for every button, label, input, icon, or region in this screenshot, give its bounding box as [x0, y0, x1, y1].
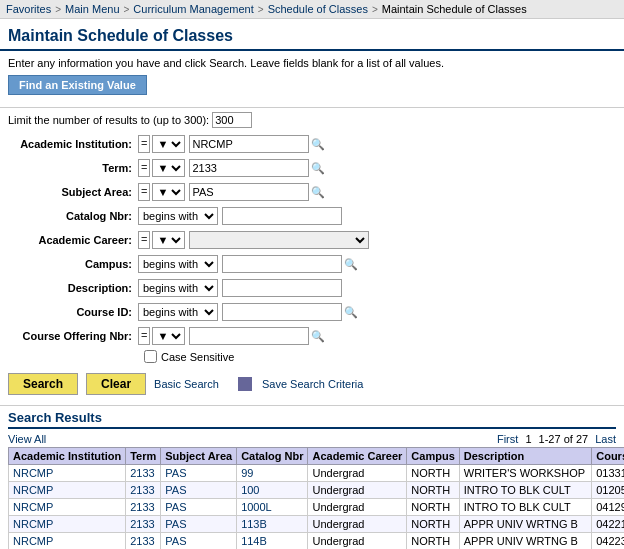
- col-term: Term: [126, 448, 161, 465]
- input-term[interactable]: [189, 159, 309, 177]
- input-subject[interactable]: [189, 183, 309, 201]
- input-institution[interactable]: [189, 135, 309, 153]
- breadcrumb-schedule[interactable]: Schedule of Classes: [268, 3, 368, 15]
- op-catalog-select[interactable]: begins with: [138, 207, 218, 225]
- field-institution: Academic Institution: = ▼ 🔍: [8, 134, 616, 154]
- lookup-course-id-icon[interactable]: 🔍: [344, 305, 358, 319]
- cell-campus: NORTH: [407, 482, 459, 499]
- op-term-select[interactable]: ▼: [152, 159, 185, 177]
- field-campus: Campus: begins with 🔍: [8, 254, 616, 274]
- cell-career: Undergrad: [308, 465, 407, 482]
- breadcrumb-favorites[interactable]: Favorites: [6, 3, 51, 15]
- pagination-first[interactable]: First: [497, 433, 518, 445]
- op-description-select[interactable]: begins with: [138, 279, 218, 297]
- lookup-term-icon[interactable]: 🔍: [311, 161, 325, 175]
- cell-term[interactable]: 2133: [126, 499, 161, 516]
- input-description[interactable]: [222, 279, 342, 297]
- col-description: Description: [459, 448, 591, 465]
- field-subject: Subject Area: = ▼ 🔍: [8, 182, 616, 202]
- input-course-id[interactable]: [222, 303, 342, 321]
- cell-catalog[interactable]: 100: [237, 482, 308, 499]
- breadcrumb-main-menu[interactable]: Main Menu: [65, 3, 119, 15]
- lookup-subject-icon[interactable]: 🔍: [311, 185, 325, 199]
- cell-subject[interactable]: PAS: [161, 533, 237, 550]
- field-offering: Course Offering Nbr: = ▼ 🔍: [8, 326, 616, 346]
- results-nav: View All First 1 1-27 of 27 Last: [8, 433, 616, 445]
- field-term: Term: = ▼ 🔍: [8, 158, 616, 178]
- col-institution: Academic Institution: [9, 448, 126, 465]
- pagination-last[interactable]: Last: [595, 433, 616, 445]
- cell-course-id: 041293: [592, 499, 624, 516]
- action-buttons: Search Clear Basic Search Save Search Cr…: [0, 367, 624, 401]
- lookup-campus-icon[interactable]: 🔍: [344, 257, 358, 271]
- cell-term[interactable]: 2133: [126, 482, 161, 499]
- case-sensitive-checkbox[interactable]: [144, 350, 157, 363]
- results-limit-row: Limit the number of results to (up to 30…: [8, 112, 616, 128]
- cell-course-id: 013312: [592, 465, 624, 482]
- input-catalog[interactable]: [222, 207, 342, 225]
- op-institution-select[interactable]: ▼: [152, 135, 185, 153]
- cell-campus: NORTH: [407, 465, 459, 482]
- op-institution-eq: =: [138, 135, 150, 153]
- save-criteria-link[interactable]: Save Search Criteria: [262, 378, 364, 390]
- op-offering-eq: =: [138, 327, 150, 345]
- cell-catalog[interactable]: 99: [237, 465, 308, 482]
- cell-institution[interactable]: NRCMP: [9, 516, 126, 533]
- input-career-select[interactable]: [189, 231, 369, 249]
- cell-term[interactable]: 2133: [126, 516, 161, 533]
- cell-institution[interactable]: NRCMP: [9, 499, 126, 516]
- cell-catalog[interactable]: 1000L: [237, 499, 308, 516]
- cell-institution[interactable]: NRCMP: [9, 482, 126, 499]
- find-existing-tab[interactable]: Find an Existing Value: [8, 75, 147, 95]
- breadcrumb-curriculum[interactable]: Curriculum Management: [133, 3, 253, 15]
- lookup-offering-icon[interactable]: 🔍: [311, 329, 325, 343]
- table-row: NRCMP2133PAS100UndergradNORTHINTRO TO BL…: [9, 482, 625, 499]
- breadcrumb: Favorites > Main Menu > Curriculum Manag…: [0, 0, 624, 19]
- results-limit-input[interactable]: [212, 112, 252, 128]
- clear-button[interactable]: Clear: [86, 373, 146, 395]
- basic-search-link[interactable]: Basic Search: [154, 378, 219, 390]
- op-course-id-select[interactable]: begins with: [138, 303, 218, 321]
- field-description: Description: begins with: [8, 278, 616, 298]
- op-career-select[interactable]: ▼: [152, 231, 185, 249]
- lookup-institution-icon[interactable]: 🔍: [311, 137, 325, 151]
- table-row: NRCMP2133PAS99UndergradNORTHWRITER'S WOR…: [9, 465, 625, 482]
- cell-catalog[interactable]: 113B: [237, 516, 308, 533]
- op-career-eq: =: [138, 231, 150, 249]
- input-campus[interactable]: [222, 255, 342, 273]
- pagination-page: 1: [525, 433, 531, 445]
- label-catalog: Catalog Nbr:: [8, 210, 138, 222]
- label-campus: Campus:: [8, 258, 138, 270]
- case-sensitive-row: Case Sensitive: [8, 350, 616, 363]
- cell-catalog[interactable]: 114B: [237, 533, 308, 550]
- op-campus-select[interactable]: begins with: [138, 255, 218, 273]
- cell-subject[interactable]: PAS: [161, 482, 237, 499]
- input-offering[interactable]: [189, 327, 309, 345]
- cell-subject[interactable]: PAS: [161, 516, 237, 533]
- cell-description: WRITER'S WORKSHOP: [459, 465, 591, 482]
- cell-course-id: 042217: [592, 516, 624, 533]
- cell-subject[interactable]: PAS: [161, 499, 237, 516]
- label-course-id: Course ID:: [8, 306, 138, 318]
- save-icon: [238, 377, 252, 391]
- label-description: Description:: [8, 282, 138, 294]
- op-subject-select[interactable]: ▼: [152, 183, 185, 201]
- op-subject-eq: =: [138, 183, 150, 201]
- cell-institution[interactable]: NRCMP: [9, 533, 126, 550]
- cell-career: Undergrad: [308, 499, 407, 516]
- search-button[interactable]: Search: [8, 373, 78, 395]
- col-campus: Campus: [407, 448, 459, 465]
- pagination-range: 1-27 of 27: [539, 433, 589, 445]
- case-sensitive-label: Case Sensitive: [161, 351, 234, 363]
- op-offering-select[interactable]: ▼: [152, 327, 185, 345]
- col-subject: Subject Area: [161, 448, 237, 465]
- cell-description: INTRO TO BLK CULT: [459, 482, 591, 499]
- results-title: Search Results: [8, 410, 616, 429]
- breadcrumb-current: Maintain Schedule of Classes: [382, 3, 527, 15]
- cell-campus: NORTH: [407, 533, 459, 550]
- cell-subject[interactable]: PAS: [161, 465, 237, 482]
- cell-term[interactable]: 2133: [126, 533, 161, 550]
- view-all-link[interactable]: View All: [8, 433, 46, 445]
- cell-term[interactable]: 2133: [126, 465, 161, 482]
- cell-institution[interactable]: NRCMP: [9, 465, 126, 482]
